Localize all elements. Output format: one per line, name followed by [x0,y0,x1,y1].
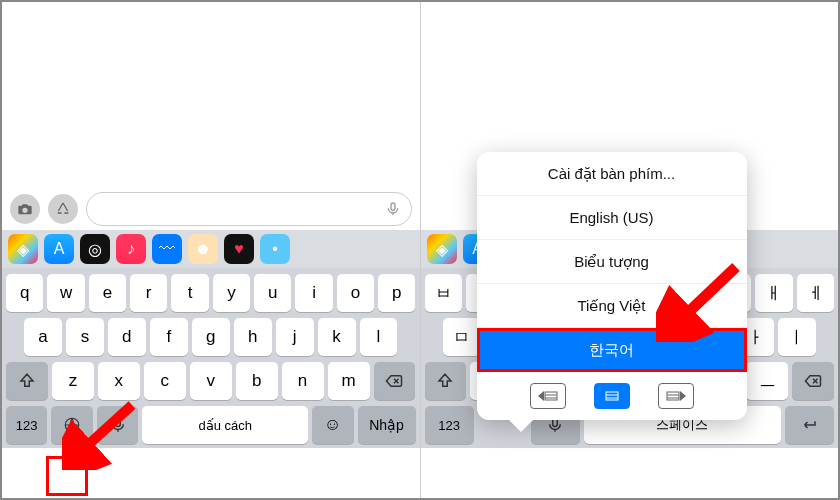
letter-key[interactable]: y [213,274,250,312]
app-photos[interactable]: ◈ [8,234,38,264]
enter-key[interactable] [785,406,834,444]
numbers-key[interactable]: 123 [425,406,474,444]
letter-key[interactable]: u [254,274,291,312]
numbers-key[interactable]: 123 [6,406,47,444]
shift-icon [436,372,454,390]
keyboard-option[interactable]: Biểu tượng [477,240,747,284]
app-sound[interactable]: 〰 [152,234,182,264]
letter-key[interactable]: a [24,318,62,356]
app-memoji[interactable]: ☻ [188,234,218,264]
letter-key[interactable]: n [282,362,324,400]
app-more[interactable]: • [260,234,290,264]
letter-key[interactable]: p [378,274,415,312]
letter-key[interactable]: b [236,362,278,400]
svg-rect-2 [115,418,120,426]
letter-key[interactable]: v [190,362,232,400]
letter-key[interactable]: q [6,274,43,312]
mic-icon [385,201,401,217]
appstore-icon [55,201,71,217]
letter-key[interactable]: r [130,274,167,312]
keyboard-switcher-popover: Cài đặt bàn phím...English (US)Biểu tượn… [477,152,747,420]
shift-icon [18,372,36,390]
svg-rect-11 [667,392,679,400]
letter-key[interactable]: d [108,318,146,356]
letter-key[interactable]: x [98,362,140,400]
camera-button[interactable] [10,194,40,224]
message-input[interactable] [86,192,412,226]
globe-icon [63,416,81,434]
letter-key[interactable]: h [234,318,272,356]
hangul-key[interactable]: ㅔ [797,274,834,312]
svg-rect-8 [606,392,618,400]
app-heart[interactable]: ♥ [224,234,254,264]
letter-key[interactable]: c [144,362,186,400]
svg-rect-0 [391,203,395,210]
keyboard-mode-left[interactable] [530,383,566,409]
keyboard-layout-modes [477,372,747,420]
mic-icon [109,416,127,434]
keyboard-left: qwertyuiop asdfghjkl zxcvbnm 123 [2,268,420,448]
app-appstore[interactable]: A [44,234,74,264]
hangul-key[interactable]: ㅡ [746,362,788,400]
letter-key[interactable]: e [89,274,126,312]
letter-key[interactable]: s [66,318,104,356]
letter-key[interactable]: k [318,318,356,356]
letter-key[interactable]: l [360,318,398,356]
appstore-button[interactable] [48,194,78,224]
keyboard-option[interactable]: 한국어 [477,328,747,372]
backspace-key[interactable] [792,362,834,400]
space-key[interactable]: dấu cách [142,406,308,444]
letter-key[interactable]: g [192,318,230,356]
input-toolbar [2,188,420,230]
letter-key[interactable]: t [171,274,208,312]
shift-key[interactable] [6,362,48,400]
hangul-key[interactable]: ㅐ [755,274,792,312]
letter-key[interactable]: j [276,318,314,356]
letter-key[interactable]: w [47,274,84,312]
keyboard-option[interactable]: Cài đặt bàn phím... [477,152,747,196]
hangul-key[interactable]: ㅁ [443,318,481,356]
letter-key[interactable]: m [328,362,370,400]
backspace-icon [385,372,403,390]
shift-key[interactable] [425,362,467,400]
letter-key[interactable]: i [295,274,332,312]
letter-key[interactable]: z [52,362,94,400]
app-photos[interactable]: ◈ [427,234,457,264]
backspace-icon [804,372,822,390]
letter-key[interactable]: o [337,274,374,312]
return-icon [800,416,818,434]
hangul-key[interactable]: ㅣ [778,318,816,356]
backspace-key[interactable] [374,362,416,400]
emoji-key[interactable]: ☺ [312,406,353,444]
enter-key[interactable]: Nhập [358,406,416,444]
keyboard-mode-full[interactable] [594,383,630,409]
svg-rect-5 [545,392,557,400]
keyboard-option[interactable]: Tiếng Việt [477,284,747,328]
app-strip: ◈ A ◎ ♪ 〰 ☻ ♥ • [2,230,420,268]
hangul-key[interactable]: ㅂ [425,274,462,312]
keyboard-option[interactable]: English (US) [477,196,747,240]
keyboard-mode-right[interactable] [658,383,694,409]
letter-key[interactable]: f [150,318,188,356]
app-fitness[interactable]: ◎ [80,234,110,264]
dictation-key[interactable] [97,406,138,444]
app-music[interactable]: ♪ [116,234,146,264]
camera-icon [17,201,33,217]
globe-key[interactable] [51,406,92,444]
highlight-globe [46,456,88,496]
